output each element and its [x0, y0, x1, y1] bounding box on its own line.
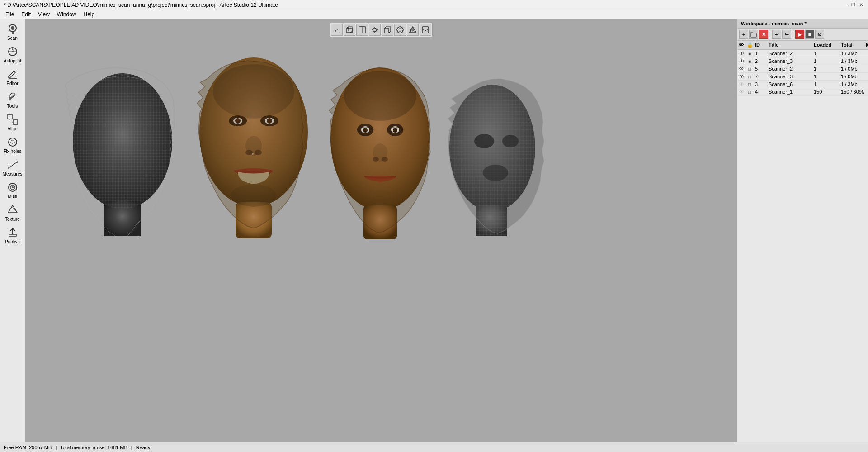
- status-bar: Free RAM: 29057 MB | Total memory in use…: [0, 442, 868, 452]
- scan-label: Scan: [7, 36, 18, 41]
- face-model-2: [190, 42, 317, 251]
- ws-row-5[interactable]: 👁 □ 4 Scanner_1 150 150 / 609Mb: [737, 88, 868, 96]
- minimize-button[interactable]: —: [842, 2, 848, 8]
- ws-lock-4[interactable]: □: [745, 81, 754, 87]
- ws-title-2: Scanner_2: [767, 66, 812, 72]
- publish-icon: [6, 226, 19, 239]
- maximize-button[interactable]: ❐: [850, 2, 856, 8]
- vp-wire-btn[interactable]: [407, 24, 419, 36]
- ws-row-0[interactable]: 👁 ■ 1 Scanner_2 1 1 / 3Mb: [737, 50, 868, 57]
- svg-rect-81: [751, 33, 756, 37]
- ws-lock-0[interactable]: ■: [745, 51, 754, 57]
- window-controls: — ❐ ✕: [842, 2, 864, 8]
- right-panel: Workspace - mimics_scan * + ✕ ↩ ↪ ▶ ■ ⚙ …: [737, 19, 868, 442]
- svg-point-38: [397, 29, 403, 31]
- col-lock: 🔒: [745, 42, 754, 48]
- tool-editor[interactable]: Editor: [1, 66, 24, 88]
- ws-eye-2[interactable]: 👁: [737, 66, 745, 72]
- workspace-title: Workspace - mimics_scan *: [741, 21, 807, 26]
- ws-maxerr-1: [864, 61, 868, 62]
- vp-cube-btn[interactable]: [382, 24, 393, 36]
- ws-total-5: 150 / 609Mb: [840, 89, 864, 95]
- col-max-err: Max er...: [864, 42, 868, 48]
- svg-point-61: [199, 57, 308, 207]
- vp-sphere-btn[interactable]: [394, 24, 406, 36]
- ws-lock-5[interactable]: □: [745, 89, 754, 95]
- ws-lock-1[interactable]: ■: [745, 58, 754, 64]
- menu-help[interactable]: Help: [80, 10, 99, 19]
- ws-process-btn[interactable]: ▶: [795, 30, 804, 39]
- ws-row-3[interactable]: 👁 □ 7 Scanner_3 1 1 / 0Mb: [737, 73, 868, 81]
- ws-title-3: Scanner_3: [767, 73, 812, 80]
- menu-edit[interactable]: Edit: [18, 10, 34, 19]
- vp-texture-btn[interactable]: [420, 24, 431, 36]
- ws-undo-btn[interactable]: ↩: [772, 30, 781, 39]
- ws-loaded-0: 1: [812, 50, 840, 57]
- ws-row-4[interactable]: 👁 □ 3 Scanner_6 1 1 / 3Mb: [737, 81, 868, 88]
- ws-title-1: Scanner_3: [767, 58, 812, 64]
- ws-eye-3[interactable]: 👁: [737, 73, 745, 80]
- vp-split-btn[interactable]: [356, 24, 368, 36]
- publish-label: Publish: [5, 239, 20, 244]
- tool-measures[interactable]: Measures: [1, 157, 24, 178]
- svg-rect-23: [9, 234, 16, 236]
- autopilot-label: Autopilot: [4, 58, 21, 63]
- close-button[interactable]: ✕: [858, 2, 864, 8]
- ws-loaded-1: 1: [812, 58, 840, 64]
- menu-bar: File Edit View Window Help: [0, 10, 868, 19]
- tool-fix-holes[interactable]: Fix holes: [1, 134, 24, 156]
- ws-lock-3[interactable]: □: [745, 74, 754, 80]
- ws-maxerr-3: [864, 76, 868, 77]
- multi-label: Multi: [8, 194, 17, 199]
- ws-loaded-5: 150: [812, 89, 840, 95]
- viewport[interactable]: ⌂: [25, 19, 737, 442]
- svg-rect-2: [12, 32, 14, 34]
- col-loaded: Loaded: [812, 42, 840, 48]
- ws-settings-btn[interactable]: ⚙: [815, 30, 824, 39]
- fix-holes-label: Fix holes: [3, 149, 21, 154]
- vp-box-btn[interactable]: [344, 24, 355, 36]
- svg-line-14: [8, 162, 17, 168]
- ws-add-btn[interactable]: +: [739, 30, 748, 39]
- ws-row-2[interactable]: 👁 □ 5 Scanner_2 1 1 / 0Mb: [737, 65, 868, 73]
- ws-eye-4[interactable]: 👁: [737, 81, 745, 87]
- tool-multi[interactable]: Multi: [1, 179, 24, 201]
- texture-label: Texture: [5, 217, 20, 222]
- ws-title-4: Scanner_6: [767, 81, 812, 87]
- title-text: * D:\Artec\SCANS\PEOPLE\4D VIDEO\mimics_…: [4, 2, 278, 8]
- ws-eye-5[interactable]: 👁: [737, 89, 745, 95]
- tool-publish[interactable]: Publish: [1, 224, 24, 246]
- menu-window[interactable]: Window: [53, 10, 80, 19]
- viewport-toolbar: ⌂: [330, 23, 433, 37]
- ws-stop-btn[interactable]: ■: [805, 30, 814, 39]
- ws-redo-btn[interactable]: ↪: [782, 30, 791, 39]
- ws-eye-1[interactable]: 👁: [737, 58, 745, 64]
- svg-rect-8: [8, 114, 12, 119]
- tool-tools[interactable]: Tools: [1, 89, 24, 110]
- ws-id-1: 2: [754, 58, 767, 64]
- tools-label: Tools: [7, 104, 18, 109]
- ws-maxerr-0: [864, 53, 868, 54]
- editor-label: Editor: [6, 81, 18, 86]
- ws-lock-2[interactable]: □: [745, 66, 754, 72]
- fix-holes-icon: [6, 136, 19, 148]
- tool-scan[interactable]: Scan: [1, 21, 24, 43]
- menu-view[interactable]: View: [34, 10, 53, 19]
- ws-folder-btn[interactable]: [749, 30, 758, 39]
- left-toolbar: Scan Autopilot Editor: [0, 19, 25, 442]
- tool-autopilot[interactable]: Autopilot: [1, 43, 24, 65]
- svg-point-12: [9, 138, 17, 146]
- status-ready: Ready: [136, 445, 151, 450]
- vp-home-btn[interactable]: ⌂: [331, 24, 343, 36]
- ws-maxerr-2: [864, 68, 868, 69]
- ws-row-1[interactable]: 👁 ■ 2 Scanner_3 1 1 / 3Mb: [737, 57, 868, 65]
- align-label: Align: [7, 126, 17, 131]
- ws-title-5: Scanner_1: [767, 89, 812, 95]
- ws-eye-0[interactable]: 👁: [737, 50, 745, 57]
- tool-align[interactable]: Align: [1, 111, 24, 133]
- menu-file[interactable]: File: [2, 10, 18, 19]
- scan-canvas: [25, 19, 737, 442]
- tool-texture[interactable]: Texture: [1, 202, 24, 224]
- vp-light-btn[interactable]: [369, 24, 381, 36]
- ws-delete-btn[interactable]: ✕: [759, 30, 768, 39]
